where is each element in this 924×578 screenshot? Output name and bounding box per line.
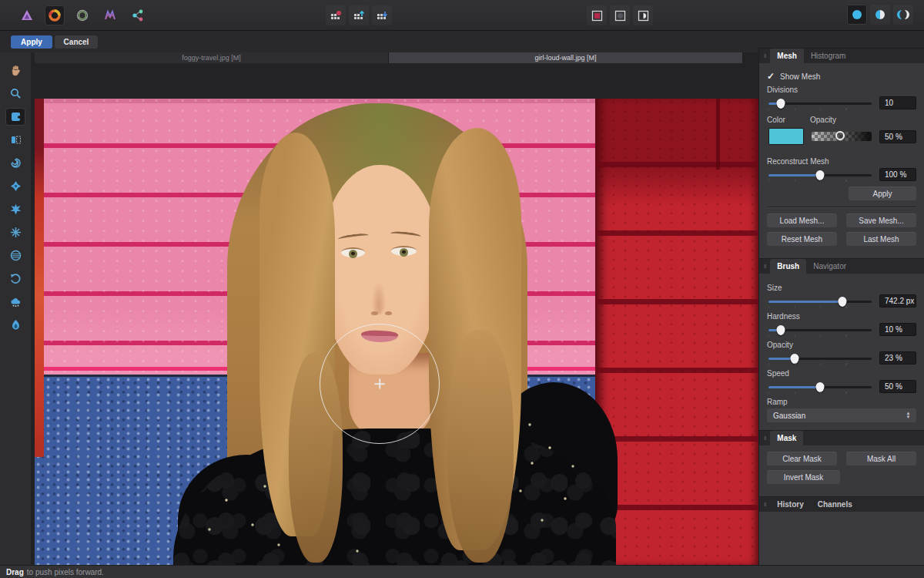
snapshot-restore-button[interactable] [349, 5, 369, 25]
punch-star-icon [9, 203, 22, 216]
last-mesh-button[interactable]: Last Mesh [846, 232, 916, 246]
apply-button[interactable]: Apply [11, 35, 52, 49]
panel-grip-icon[interactable]: ‖ [764, 497, 767, 512]
zoom-tool[interactable] [5, 85, 25, 102]
status-bar: Drag to push pixels forward. [0, 565, 924, 578]
split-view-button[interactable] [870, 5, 890, 25]
speed-slider[interactable]: 50 % [767, 380, 916, 394]
size-value[interactable]: 742.2 px [879, 294, 916, 307]
speed-value[interactable]: 50 % [879, 380, 916, 393]
red-brick-joint [716, 99, 720, 170]
show-mesh-label: Show Mesh [780, 72, 820, 81]
red-square-view-icon [591, 9, 604, 22]
color-opacity-row: 50 % [767, 128, 916, 148]
opacity-label: Opacity [767, 341, 916, 349]
tab-mesh[interactable]: Mesh [770, 49, 804, 63]
export-persona-icon[interactable] [128, 5, 148, 25]
panel-grip-icon[interactable]: ‖ [764, 259, 767, 274]
tools-sidebar [0, 52, 31, 565]
mesh-opacity-slider[interactable] [812, 132, 872, 141]
liquify-persona-icon[interactable] [45, 5, 65, 25]
divisions-value[interactable]: 10 [879, 96, 916, 109]
tab-foggy-travel[interactable]: foggy-travel.jpg [M] [35, 52, 389, 63]
develop-persona-icon[interactable] [72, 5, 92, 25]
pinch-tool[interactable] [5, 177, 25, 195]
punch-tool[interactable] [5, 200, 25, 218]
brush-cursor[interactable] [320, 324, 440, 444]
reconstruct-slider[interactable]: 100 % [767, 168, 916, 182]
split-view-icon [873, 8, 887, 22]
size-label: Size [767, 284, 916, 292]
hardness-slider[interactable]: 10 % [767, 323, 916, 337]
tab-brush[interactable]: Brush [770, 259, 806, 274]
red-square-view-button[interactable] [587, 5, 607, 25]
split-circle-view-button[interactable] [633, 5, 653, 25]
stepper-arrows-icon[interactable]: ▲▼ [903, 410, 913, 421]
push-forward-tool[interactable] [5, 108, 25, 126]
mesh-clone-tool[interactable] [5, 247, 25, 264]
reconstruct-value[interactable]: 100 % [879, 168, 916, 181]
clear-mask-button[interactable]: Clear Mask [767, 452, 837, 465]
mesh-apply-button[interactable]: Apply [849, 187, 916, 200]
mesh-opacity-value[interactable]: 50 % [879, 130, 916, 143]
snapshot-store-button[interactable] [372, 5, 392, 25]
right-panel: ‖ Mesh Histogram ✓ Show Mesh Divisions 1… [758, 48, 924, 578]
slider-ticks [768, 108, 872, 110]
girl-nose [372, 282, 386, 314]
push-left-icon [9, 133, 22, 146]
nostril [385, 311, 392, 315]
mirror-view-button[interactable] [893, 5, 913, 25]
slider-ticks [768, 363, 872, 365]
panel-grip-icon[interactable]: ‖ [764, 49, 767, 63]
mask-view-group [587, 5, 653, 25]
turbulence-tool[interactable] [5, 223, 25, 241]
tab-girl-loud-wall[interactable]: girl-loud-wall.jpg [M] [389, 52, 743, 63]
show-mesh-checkbox[interactable]: ✓ Show Mesh [767, 71, 916, 82]
mirror-view-icon [896, 8, 910, 22]
load-mesh-button[interactable]: Load Mesh... [767, 213, 837, 227]
push-forward-icon [9, 110, 22, 123]
girl-eye-left [341, 247, 365, 257]
ramp-dropdown[interactable]: Gaussian ▲▼ [767, 408, 916, 422]
reconstruct-mesh-label: Reconstruct Mesh [767, 157, 916, 166]
mesh-color-swatch[interactable] [768, 128, 804, 145]
invert-mask-button[interactable]: Invert Mask [767, 470, 840, 484]
tab-mask[interactable]: Mask [770, 431, 803, 445]
circle-view-button[interactable] [610, 5, 630, 25]
turbulence-icon [9, 226, 22, 239]
hair-strand-right [447, 330, 514, 563]
tone-mapping-persona-icon[interactable] [100, 5, 120, 25]
mask-all-button[interactable]: Mask All [846, 452, 916, 465]
tab-navigator[interactable]: Navigator [806, 259, 853, 274]
opacity-ring-thumb[interactable] [835, 131, 845, 140]
magnifier-icon [9, 87, 22, 100]
photo-persona-icon[interactable] [17, 5, 37, 25]
tab-histogram[interactable]: Histogram [804, 49, 853, 63]
opacity-slider[interactable]: 23 % [767, 351, 916, 365]
photo-canvas[interactable] [35, 99, 758, 565]
freeze-tool[interactable] [5, 293, 25, 311]
panel-grip-icon[interactable]: ‖ [764, 431, 767, 445]
reconstruct-tool[interactable] [5, 270, 25, 287]
push-left-tool[interactable] [5, 131, 25, 149]
pinch-icon [9, 180, 22, 193]
twirl-tool[interactable] [5, 154, 25, 172]
opacity-value[interactable]: 23 % [879, 351, 916, 365]
divisions-slider[interactable]: 10 [767, 96, 916, 110]
reset-mesh-button[interactable]: Reset Mesh [767, 232, 837, 246]
snapshot-down-arrow-icon [376, 9, 389, 22]
single-view-button[interactable] [847, 5, 867, 25]
cancel-button[interactable]: Cancel [55, 35, 98, 49]
thaw-tool[interactable] [5, 316, 25, 334]
tab-history[interactable]: History [770, 497, 810, 512]
save-mesh-button[interactable]: Save Mesh... [846, 213, 916, 227]
tab-channels[interactable]: Channels [811, 497, 859, 512]
view-tool[interactable] [5, 62, 25, 79]
mesh-clone-icon [9, 249, 22, 262]
size-slider[interactable]: 742.2 px [767, 294, 916, 308]
snapshot-red-dot-button[interactable] [326, 5, 346, 25]
girl-eye-right [391, 246, 417, 256]
hardness-value[interactable]: 10 % [879, 323, 916, 336]
mask-panel-header: ‖ Mask [759, 430, 924, 445]
single-view-icon [850, 8, 864, 22]
